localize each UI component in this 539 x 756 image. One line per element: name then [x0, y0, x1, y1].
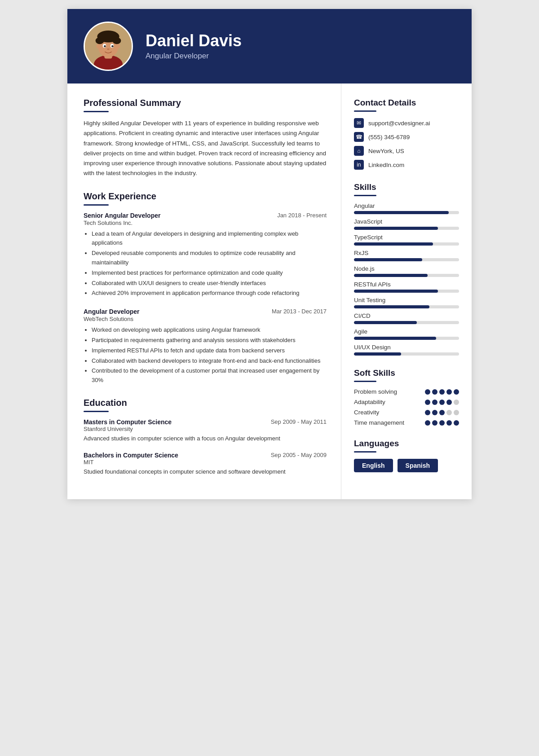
edu-degree: Masters in Computer Science [84, 418, 172, 426]
job-bullet: Implemented best practices for performan… [92, 268, 327, 278]
language-tag: English [354, 459, 393, 472]
contact-item: in LinkedIn.com [354, 160, 459, 170]
skill-item: RxJS [354, 250, 459, 261]
edu-dates: Sep 2009 - May 2011 [271, 418, 327, 425]
job-bullet: Contributed to the development of a cust… [92, 366, 327, 385]
job-bullet: Participated in requirements gathering a… [92, 336, 327, 345]
skill-bar-fill [354, 227, 438, 230]
contact-underline [354, 110, 376, 112]
skill-bar [354, 352, 459, 356]
job-header: Angular Developer Mar 2013 - Dec 2017 [84, 308, 327, 315]
work-title: Work Experience [84, 191, 327, 202]
skill-item: TypeScript [354, 234, 459, 246]
dot-filled [446, 400, 452, 405]
dot-filled [446, 420, 452, 426]
soft-skills-section: Soft Skills Problem solving Adaptability… [354, 368, 459, 426]
languages-underline [354, 451, 376, 453]
skill-bar [354, 242, 459, 246]
dot-filled [439, 420, 445, 426]
skill-name: RESTful APIs [354, 281, 459, 288]
svg-point-13 [97, 44, 100, 48]
dot-filled [432, 400, 437, 405]
languages-title: Languages [354, 439, 459, 448]
skill-item: RESTful APIs [354, 281, 459, 293]
skill-bar-fill [354, 274, 428, 277]
skill-name: Agile [354, 328, 459, 335]
dot-filled [432, 389, 437, 395]
dot-filled [454, 389, 459, 395]
edu-school: Stanford University [84, 426, 327, 432]
soft-skills-underline [354, 381, 376, 382]
job-bullet: Developed reusable components and module… [92, 249, 327, 268]
edu-dates: Sep 2005 - May 2009 [271, 452, 327, 458]
contact-text: (555) 345-6789 [368, 134, 410, 141]
resume-header: Daniel Davis Angular Developer [67, 9, 472, 84]
soft-skill-name: Problem solving [354, 388, 397, 395]
job-bullets: Lead a team of Angular developers in des… [84, 229, 327, 299]
soft-skill-name: Adaptability [354, 399, 385, 405]
job-bullet: Lead a team of Angular developers in des… [92, 229, 327, 248]
skill-bar-fill [354, 290, 438, 293]
dot-empty [446, 410, 452, 415]
svg-point-11 [111, 45, 114, 48]
contact-item: ⌂ NewYork, US [354, 146, 459, 156]
skill-name: TypeScript [354, 234, 459, 241]
skill-item: CI/CD [354, 312, 459, 324]
edu-header: Bachelors in Computer Science Sep 2005 -… [84, 452, 327, 459]
job-bullets: Worked on developing web applications us… [84, 325, 327, 385]
soft-skill-item: Creativity [354, 409, 459, 416]
skill-bar-fill [354, 337, 436, 340]
contact-text: support@cvdesigner.ai [368, 120, 430, 127]
soft-skill-item: Adaptability [354, 399, 459, 405]
summary-text: Highly skilled Angular Developer with 11… [84, 119, 327, 179]
soft-skill-name: Creativity [354, 409, 379, 416]
language-tags: EnglishSpanish [354, 459, 459, 472]
contact-text: LinkedIn.com [368, 162, 404, 168]
svg-point-10 [104, 45, 106, 48]
skill-name: CI/CD [354, 312, 459, 319]
candidate-name: Daniel Davis [146, 32, 242, 50]
job-item: Senior Angular Developer Jan 2018 - Pres… [84, 212, 327, 299]
dot-filled [425, 410, 430, 415]
sidebar: Contact Details ✉ support@cvdesigner.ai … [341, 84, 472, 499]
skill-name: Unit Testing [354, 297, 459, 303]
skill-name: Angular [354, 202, 459, 209]
job-title: Angular Developer [84, 308, 139, 315]
skill-bar-fill [354, 305, 429, 308]
resume-container: Daniel Davis Angular Developer Professio… [67, 9, 472, 499]
dot-filled [439, 410, 445, 415]
skills-title: Skills [354, 182, 459, 192]
dot-empty [454, 400, 459, 405]
skill-bar [354, 258, 459, 261]
candidate-title: Angular Developer [146, 52, 242, 61]
job-header: Senior Angular Developer Jan 2018 - Pres… [84, 212, 327, 219]
job-title: Senior Angular Developer [84, 212, 160, 219]
dot-filled [425, 400, 430, 405]
soft-skills-list: Problem solving Adaptability Creativity … [354, 388, 459, 426]
dot-filled [446, 389, 452, 395]
svg-point-7 [99, 31, 118, 40]
edu-item: Masters in Computer Science Sep 2009 - M… [84, 418, 327, 444]
edu-desc: Studied foundational concepts in compute… [84, 467, 327, 477]
skill-name: RxJS [354, 250, 459, 256]
summary-underline [84, 111, 109, 112]
contact-icon: ✉ [354, 118, 364, 128]
job-item: Angular Developer Mar 2013 - Dec 2017 We… [84, 308, 327, 385]
language-tag: Spanish [398, 459, 438, 472]
contact-list: ✉ support@cvdesigner.ai ☎ (555) 345-6789… [354, 118, 459, 170]
svg-point-14 [117, 44, 120, 48]
dot-filled [454, 420, 459, 426]
edu-title: Education [84, 398, 327, 408]
job-bullet: Achieved 20% improvement in application … [92, 289, 327, 298]
contact-icon: in [354, 160, 364, 170]
edu-item: Bachelors in Computer Science Sep 2005 -… [84, 452, 327, 477]
dot-filled [432, 420, 437, 426]
job-company: WebTech Solutions [84, 316, 327, 322]
dot-filled [439, 389, 445, 395]
skill-bar [354, 227, 459, 230]
soft-skill-item: Problem solving [354, 388, 459, 395]
header-info: Daniel Davis Angular Developer [146, 32, 242, 61]
skill-dots [425, 389, 459, 395]
soft-skill-item: Time management [354, 419, 459, 426]
contact-text: NewYork, US [368, 148, 404, 154]
